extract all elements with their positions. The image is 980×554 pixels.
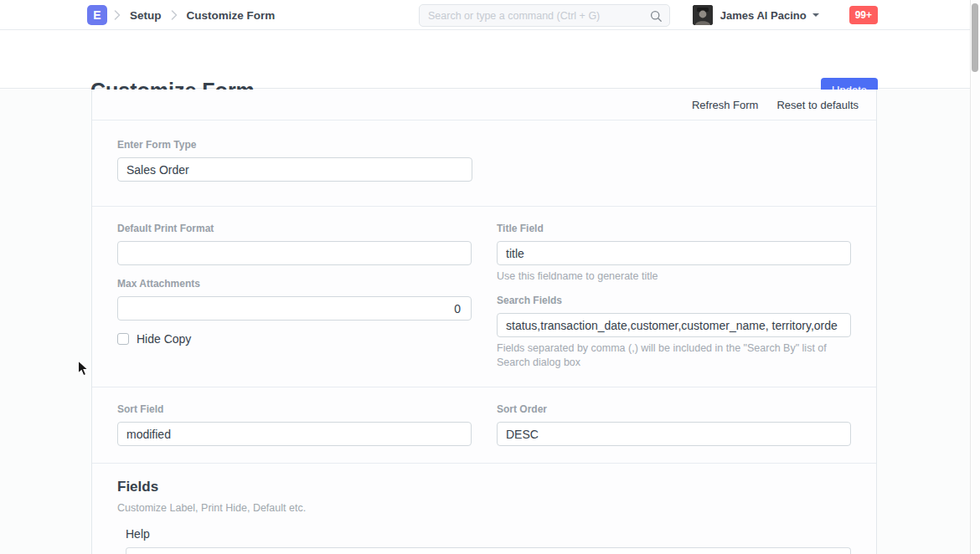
- section-form-type: Enter Form Type: [92, 121, 876, 207]
- notification-badge[interactable]: 99+: [849, 6, 878, 24]
- search-fields-label: Search Fields: [497, 295, 851, 306]
- max-attachments-label: Max Attachments: [117, 278, 472, 290]
- breadcrumb-setup[interactable]: Setup: [130, 9, 162, 22]
- chevron-right-icon: [114, 10, 121, 20]
- scrollbar-track[interactable]: [970, 0, 980, 554]
- fields-section-subtitle: Customize Label, Print Hide, Default etc…: [117, 502, 851, 514]
- help-box: [126, 547, 851, 554]
- customize-form-card: Refresh Form Reset to defaults Enter For…: [91, 90, 877, 554]
- user-menu[interactable]: James Al Pacino: [720, 9, 807, 22]
- global-search: [419, 4, 670, 27]
- customize-form-screen: E Setup Customize Form: [0, 0, 980, 554]
- title-field-label: Title Field: [497, 223, 851, 234]
- enter-form-type-label: Enter Form Type: [117, 139, 851, 151]
- search-fields-field[interactable]: [497, 313, 851, 337]
- avatar[interactable]: [693, 5, 713, 25]
- page-body: Refresh Form Reset to defaults Enter For…: [0, 90, 980, 554]
- page-head: Customize Form Update: [0, 30, 980, 89]
- max-attachments-field[interactable]: [117, 296, 472, 321]
- section-properties: Default Print Format Max Attachments Hid…: [92, 207, 876, 387]
- breadcrumb-customize-form[interactable]: Customize Form: [187, 9, 276, 22]
- hide-copy-checkbox[interactable]: [117, 333, 129, 345]
- navbar: E Setup Customize Form: [0, 0, 980, 30]
- chevron-right-icon: [171, 10, 178, 20]
- sort-order-group: Sort Order: [497, 403, 851, 463]
- search-fields-help: Fields separated by comma (,) will be in…: [497, 341, 851, 370]
- app-logo[interactable]: E: [87, 5, 107, 25]
- sort-order-label: Sort Order: [497, 403, 851, 415]
- section-sorting: Sort Field Sort Order: [92, 387, 876, 464]
- sort-field-group: Sort Field: [117, 403, 472, 463]
- help-label[interactable]: Help: [126, 527, 851, 541]
- section-fields: Fields Customize Label, Print Hide, Defa…: [92, 464, 876, 554]
- search-icon[interactable]: [650, 10, 663, 26]
- chevron-down-icon: [812, 13, 819, 17]
- navbar-user-area: James Al Pacino 99+: [693, 0, 878, 30]
- reset-to-defaults-link[interactable]: Reset to defaults: [776, 99, 859, 111]
- sort-field-label: Sort Field: [117, 403, 472, 415]
- sort-order-field[interactable]: [497, 422, 851, 446]
- search-input[interactable]: [420, 5, 669, 26]
- title-field-help: Use this fieldname to generate title: [497, 269, 851, 284]
- breadcrumb: Setup Customize Form: [114, 0, 275, 30]
- right-column: Title Field Use this fieldname to genera…: [497, 223, 851, 387]
- fields-section-title: Fields: [117, 479, 851, 495]
- form-toolbar: Refresh Form Reset to defaults: [92, 90, 876, 121]
- hide-copy-row[interactable]: Hide Copy: [117, 332, 472, 346]
- title-field-field[interactable]: [497, 241, 851, 265]
- left-column: Default Print Format Max Attachments Hid…: [117, 223, 472, 387]
- hide-copy-label: Hide Copy: [137, 332, 191, 346]
- enter-form-type-field[interactable]: [117, 157, 472, 182]
- sort-field-field[interactable]: [117, 422, 472, 446]
- default-print-format-field[interactable]: [117, 241, 472, 265]
- scrollbar-thumb[interactable]: [972, 3, 978, 72]
- refresh-form-link[interactable]: Refresh Form: [692, 99, 758, 111]
- default-print-format-label: Default Print Format: [117, 223, 472, 234]
